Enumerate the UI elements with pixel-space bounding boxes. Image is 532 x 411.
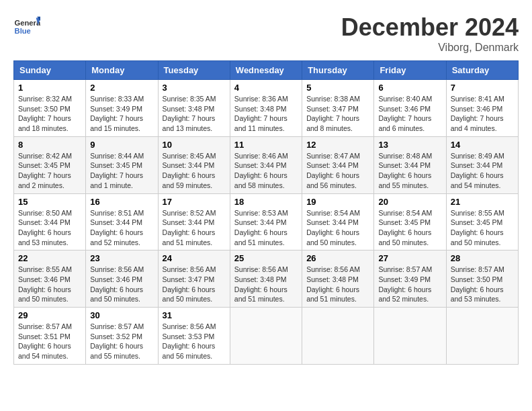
day-detail: Sunrise: 8:52 AM Sunset: 3:44 PM Dayligh… <box>163 208 226 248</box>
title-area: December 2024 Viborg, Denmark <box>341 13 519 54</box>
day-detail: Sunrise: 8:32 AM Sunset: 3:50 PM Dayligh… <box>18 94 81 134</box>
weekday-header-thursday: Thursday <box>302 61 374 80</box>
day-detail: Sunrise: 8:54 AM Sunset: 3:44 PM Dayligh… <box>306 208 369 248</box>
week-row-1: 1Sunrise: 8:32 AM Sunset: 3:50 PM Daylig… <box>14 80 519 137</box>
logo-icon: General Blue <box>13 13 40 40</box>
day-number: 29 <box>18 310 81 320</box>
day-number: 18 <box>234 197 298 207</box>
day-detail: Sunrise: 8:48 AM Sunset: 3:44 PM Dayligh… <box>378 151 441 191</box>
calendar-cell: 21Sunrise: 8:55 AM Sunset: 3:45 PM Dayli… <box>446 193 518 250</box>
day-number: 26 <box>306 253 369 263</box>
calendar-cell: 18Sunrise: 8:53 AM Sunset: 3:44 PM Dayli… <box>230 193 302 250</box>
day-detail: Sunrise: 8:40 AM Sunset: 3:46 PM Dayligh… <box>378 94 441 134</box>
day-detail: Sunrise: 8:45 AM Sunset: 3:44 PM Dayligh… <box>163 151 226 191</box>
day-number: 22 <box>18 253 81 263</box>
day-detail: Sunrise: 8:42 AM Sunset: 3:45 PM Dayligh… <box>18 151 81 191</box>
calendar-cell: 1Sunrise: 8:32 AM Sunset: 3:50 PM Daylig… <box>14 80 86 137</box>
calendar-cell: 7Sunrise: 8:41 AM Sunset: 3:46 PM Daylig… <box>446 80 518 137</box>
calendar-cell: 15Sunrise: 8:50 AM Sunset: 3:44 PM Dayli… <box>14 193 86 250</box>
calendar-cell: 2Sunrise: 8:33 AM Sunset: 3:49 PM Daylig… <box>86 80 158 137</box>
calendar-cell: 28Sunrise: 8:57 AM Sunset: 3:50 PM Dayli… <box>446 250 518 308</box>
calendar-cell: 3Sunrise: 8:35 AM Sunset: 3:48 PM Daylig… <box>158 80 230 137</box>
week-row-3: 15Sunrise: 8:50 AM Sunset: 3:44 PM Dayli… <box>14 193 519 250</box>
calendar-cell: 22Sunrise: 8:55 AM Sunset: 3:46 PM Dayli… <box>14 250 86 308</box>
calendar-cell: 11Sunrise: 8:46 AM Sunset: 3:44 PM Dayli… <box>230 136 302 193</box>
day-detail: Sunrise: 8:35 AM Sunset: 3:48 PM Dayligh… <box>163 94 226 134</box>
day-number: 7 <box>451 83 514 93</box>
calendar-cell: 30Sunrise: 8:57 AM Sunset: 3:52 PM Dayli… <box>86 308 158 365</box>
week-row-5: 29Sunrise: 8:57 AM Sunset: 3:51 PM Dayli… <box>14 308 519 365</box>
day-detail: Sunrise: 8:50 AM Sunset: 3:44 PM Dayligh… <box>18 208 81 248</box>
calendar-cell: 5Sunrise: 8:38 AM Sunset: 3:47 PM Daylig… <box>302 80 374 137</box>
week-row-2: 8Sunrise: 8:42 AM Sunset: 3:45 PM Daylig… <box>14 136 519 193</box>
day-detail: Sunrise: 8:57 AM Sunset: 3:49 PM Dayligh… <box>378 265 441 304</box>
weekday-header-saturday: Saturday <box>446 61 518 80</box>
day-detail: Sunrise: 8:44 AM Sunset: 3:45 PM Dayligh… <box>90 151 153 191</box>
day-detail: Sunrise: 8:51 AM Sunset: 3:44 PM Dayligh… <box>90 208 153 248</box>
calendar-cell: 29Sunrise: 8:57 AM Sunset: 3:51 PM Dayli… <box>14 308 86 365</box>
day-number: 23 <box>90 253 153 263</box>
calendar-cell: 23Sunrise: 8:56 AM Sunset: 3:46 PM Dayli… <box>86 250 158 308</box>
weekday-header-sunday: Sunday <box>14 61 86 80</box>
calendar-cell: 25Sunrise: 8:56 AM Sunset: 3:48 PM Dayli… <box>230 250 302 308</box>
day-number: 21 <box>451 197 514 207</box>
weekday-header-row: SundayMondayTuesdayWednesdayThursdayFrid… <box>14 61 519 80</box>
day-number: 25 <box>234 253 298 263</box>
day-number: 15 <box>18 197 81 207</box>
calendar-cell: 8Sunrise: 8:42 AM Sunset: 3:45 PM Daylig… <box>14 136 86 193</box>
location: Viborg, Denmark <box>341 42 519 54</box>
day-detail: Sunrise: 8:56 AM Sunset: 3:47 PM Dayligh… <box>163 265 226 304</box>
day-number: 20 <box>378 197 441 207</box>
calendar-cell: 14Sunrise: 8:49 AM Sunset: 3:44 PM Dayli… <box>446 136 518 193</box>
day-detail: Sunrise: 8:55 AM Sunset: 3:46 PM Dayligh… <box>18 265 81 304</box>
day-number: 27 <box>378 253 441 263</box>
day-detail: Sunrise: 8:55 AM Sunset: 3:45 PM Dayligh… <box>451 208 514 248</box>
calendar-cell: 10Sunrise: 8:45 AM Sunset: 3:44 PM Dayli… <box>158 136 230 193</box>
day-detail: Sunrise: 8:46 AM Sunset: 3:44 PM Dayligh… <box>234 151 298 191</box>
calendar-cell: 6Sunrise: 8:40 AM Sunset: 3:46 PM Daylig… <box>374 80 446 137</box>
month-title: December 2024 <box>341 13 519 42</box>
day-number: 19 <box>306 197 369 207</box>
calendar-cell <box>230 308 302 365</box>
day-number: 4 <box>234 83 298 93</box>
calendar-cell: 9Sunrise: 8:44 AM Sunset: 3:45 PM Daylig… <box>86 136 158 193</box>
weekday-header-friday: Friday <box>374 61 446 80</box>
day-number: 11 <box>234 140 298 150</box>
day-detail: Sunrise: 8:38 AM Sunset: 3:47 PM Dayligh… <box>306 94 369 134</box>
calendar-cell: 27Sunrise: 8:57 AM Sunset: 3:49 PM Dayli… <box>374 250 446 308</box>
day-number: 24 <box>163 253 226 263</box>
day-number: 31 <box>163 310 226 320</box>
calendar-table: SundayMondayTuesdayWednesdayThursdayFrid… <box>13 60 519 365</box>
logo: General Blue <box>13 13 40 40</box>
weekday-header-monday: Monday <box>86 61 158 80</box>
day-number: 3 <box>163 83 226 93</box>
weekday-header-wednesday: Wednesday <box>230 61 302 80</box>
calendar-cell: 20Sunrise: 8:54 AM Sunset: 3:45 PM Dayli… <box>374 193 446 250</box>
day-detail: Sunrise: 8:57 AM Sunset: 3:50 PM Dayligh… <box>451 265 514 304</box>
calendar-cell: 17Sunrise: 8:52 AM Sunset: 3:44 PM Dayli… <box>158 193 230 250</box>
svg-text:Blue: Blue <box>15 27 31 35</box>
calendar-cell <box>446 308 518 365</box>
day-number: 5 <box>306 83 369 93</box>
day-detail: Sunrise: 8:57 AM Sunset: 3:52 PM Dayligh… <box>90 322 153 361</box>
day-number: 17 <box>163 197 226 207</box>
day-detail: Sunrise: 8:41 AM Sunset: 3:46 PM Dayligh… <box>451 94 514 134</box>
day-number: 10 <box>163 140 226 150</box>
calendar-cell: 4Sunrise: 8:36 AM Sunset: 3:48 PM Daylig… <box>230 80 302 137</box>
day-detail: Sunrise: 8:54 AM Sunset: 3:45 PM Dayligh… <box>378 208 441 248</box>
day-number: 16 <box>90 197 153 207</box>
day-detail: Sunrise: 8:53 AM Sunset: 3:44 PM Dayligh… <box>234 208 298 248</box>
calendar-cell: 19Sunrise: 8:54 AM Sunset: 3:44 PM Dayli… <box>302 193 374 250</box>
day-detail: Sunrise: 8:56 AM Sunset: 3:48 PM Dayligh… <box>234 265 298 304</box>
day-number: 1 <box>18 83 81 93</box>
week-row-4: 22Sunrise: 8:55 AM Sunset: 3:46 PM Dayli… <box>14 250 519 308</box>
day-number: 6 <box>378 83 441 93</box>
calendar-cell: 31Sunrise: 8:56 AM Sunset: 3:53 PM Dayli… <box>158 308 230 365</box>
day-number: 2 <box>90 83 153 93</box>
calendar-cell: 24Sunrise: 8:56 AM Sunset: 3:47 PM Dayli… <box>158 250 230 308</box>
day-number: 12 <box>306 140 369 150</box>
day-detail: Sunrise: 8:56 AM Sunset: 3:46 PM Dayligh… <box>90 265 153 304</box>
weekday-header-tuesday: Tuesday <box>158 61 230 80</box>
calendar-cell: 26Sunrise: 8:56 AM Sunset: 3:48 PM Dayli… <box>302 250 374 308</box>
day-detail: Sunrise: 8:56 AM Sunset: 3:53 PM Dayligh… <box>163 322 226 361</box>
